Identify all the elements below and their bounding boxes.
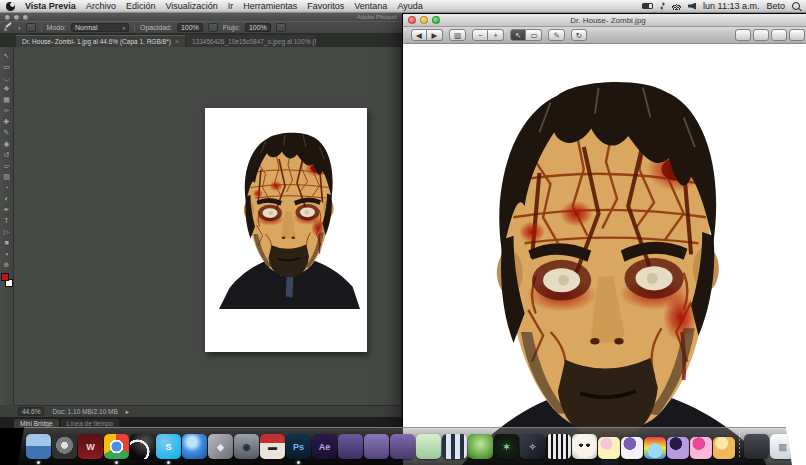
dark-gem-app-dock-icon[interactable]: ✧ <box>520 434 545 459</box>
zoom-tool[interactable]: ⊕ <box>1 259 13 270</box>
canvas-document[interactable] <box>205 108 367 352</box>
wifi-icon[interactable] <box>672 3 681 10</box>
zoom-in-button[interactable]: + <box>488 29 504 41</box>
purple-app-1-dock-icon[interactable] <box>338 434 363 459</box>
close-tab-icon[interactable]: × <box>175 38 179 45</box>
mini-bridge-tab[interactable]: Mini Bridge <box>14 419 59 428</box>
healing-brush-tool[interactable]: ✚ <box>1 116 13 127</box>
close-button[interactable] <box>5 15 10 20</box>
pony-rainbow-dash-dock-icon[interactable] <box>644 437 666 459</box>
history-brush-tool[interactable]: ↺ <box>1 149 13 160</box>
menu-edicion[interactable]: Edición <box>126 1 156 11</box>
menu-bar-clock[interactable]: lun 11:13 a.m. <box>703 1 759 11</box>
eraser-tool[interactable]: ▱ <box>1 160 13 171</box>
minimize-button[interactable] <box>14 15 19 20</box>
pony-fluttershy-dock-icon[interactable] <box>598 437 620 459</box>
opacity-field[interactable]: 100% <box>177 23 203 32</box>
brush-tool[interactable]: ✎ <box>1 127 13 138</box>
menu-archivo[interactable]: Archivo <box>86 1 116 11</box>
mode-dropdown[interactable]: Normal ▾ <box>71 23 129 32</box>
after-effects-dock-icon[interactable]: Ae <box>312 434 337 459</box>
back-button[interactable]: ◀ <box>411 29 427 41</box>
zoom-level-field[interactable]: 44.6% <box>18 407 44 416</box>
marquee-tool[interactable]: ▭ <box>1 61 13 72</box>
hand-tool[interactable]: ◖ <box>1 248 13 259</box>
blur-tool[interactable]: ◔ <box>1 182 13 193</box>
canvas-area[interactable] <box>14 47 400 405</box>
crop-tool[interactable]: ▦ <box>1 94 13 105</box>
blue-orb-app-dock-icon[interactable] <box>182 434 207 459</box>
menu-favoritos[interactable]: Favoritos <box>307 1 344 11</box>
pony-pinkie-pie-dock-icon[interactable] <box>690 437 712 459</box>
photoshop-dock-icon[interactable]: Ps <box>286 434 311 459</box>
pony-twilight-dock-icon[interactable] <box>667 437 689 459</box>
dodge-tool[interactable]: ◐ <box>1 193 13 204</box>
type-tool[interactable]: T <box>1 215 13 226</box>
foreground-color-swatch[interactable] <box>1 273 9 281</box>
film-strip-app-dock-icon[interactable] <box>442 434 467 459</box>
photoshop-titlebar[interactable]: Adobe Photoshop CS5 <box>0 13 402 21</box>
menu-visualizacion[interactable]: Visualización <box>165 1 217 11</box>
menu-herramientas[interactable]: Herramientas <box>243 1 297 11</box>
user-menu[interactable]: Beto <box>766 1 785 11</box>
menu-ventana[interactable]: Ventana <box>354 1 387 11</box>
clone-stamp-tool[interactable]: ◉ <box>1 138 13 149</box>
thumbnail-view-button[interactable] <box>735 29 751 41</box>
lasso-tool[interactable]: ◡ <box>1 72 13 83</box>
zoom-button[interactable] <box>23 15 28 20</box>
flow-field[interactable]: 100% <box>245 23 271 32</box>
gray-diamond-app-dock-icon[interactable]: ◆ <box>208 434 233 459</box>
green-shell-app-dock-icon[interactable] <box>468 434 493 459</box>
movie-clapper-app-dock-icon[interactable]: ▬ <box>260 434 285 459</box>
black-swoosh-app-dock-icon[interactable] <box>130 434 155 459</box>
zoom-out-button[interactable]: − <box>472 29 488 41</box>
brush-tool-icon[interactable] <box>4 23 13 32</box>
move-tool[interactable]: ↖ <box>1 50 13 61</box>
mint-app-dock-icon[interactable] <box>416 434 441 459</box>
skype-dock-icon[interactable]: S <box>156 434 181 459</box>
move-tool-button[interactable]: ↖ <box>510 29 526 41</box>
brush-panel-toggle[interactable] <box>26 23 36 32</box>
pen-tool[interactable]: ✒ <box>1 204 13 215</box>
status-arrow-icon[interactable]: ▸ <box>126 408 129 416</box>
edit-button-2[interactable] <box>771 29 787 41</box>
eyedropper-tool[interactable]: ✑ <box>1 105 13 116</box>
select-tool-button[interactable]: ▭ <box>526 29 542 41</box>
chrome-dock-icon[interactable] <box>104 434 129 459</box>
airbrush-toggle[interactable] <box>276 23 286 32</box>
timeline-tab[interactable]: Línea de tiempo <box>61 419 120 428</box>
barcode-app-dock-icon[interactable] <box>546 434 571 459</box>
quick-selection-tool[interactable]: ❖ <box>1 83 13 94</box>
pony-applejack-dock-icon[interactable] <box>713 437 735 459</box>
stacks-folder-dock-icon[interactable] <box>744 434 769 459</box>
spotlight-icon[interactable] <box>792 2 800 10</box>
finder-dock-icon[interactable] <box>26 434 51 459</box>
forward-button[interactable]: ▶ <box>427 29 443 41</box>
edit-button-1[interactable] <box>753 29 769 41</box>
document-tab-active[interactable]: Dr. House- Zombi- 1.jpg al 44.6% (Capa 1… <box>16 35 185 47</box>
red-w-app-dock-icon[interactable]: W <box>78 434 103 459</box>
tiger-app-dock-icon[interactable] <box>572 434 597 459</box>
purple-app-3-dock-icon[interactable] <box>390 434 415 459</box>
path-selection-tool[interactable]: ▷ <box>1 226 13 237</box>
pressure-opacity-toggle[interactable] <box>208 23 218 32</box>
green-star-app-dock-icon[interactable]: ✶ <box>494 434 519 459</box>
pony-rarity-dock-icon[interactable] <box>621 437 643 459</box>
battery-icon[interactable] <box>642 3 653 9</box>
volume-icon[interactable] <box>688 3 696 10</box>
video-camera-app-dock-icon[interactable]: ◉ <box>234 434 259 459</box>
apple-menu-icon[interactable] <box>6 2 15 11</box>
edit-button-3[interactable] <box>789 29 805 41</box>
bluetooth-icon[interactable] <box>660 2 665 10</box>
gradient-tool[interactable]: ▨ <box>1 171 13 182</box>
markup-button[interactable]: ✎ <box>548 29 564 41</box>
purple-app-2-dock-icon[interactable] <box>364 434 389 459</box>
menu-ir[interactable]: Ir <box>228 1 234 11</box>
menu-ayuda[interactable]: Ayuda <box>397 1 422 11</box>
disc-burner-dock-icon[interactable] <box>52 434 77 459</box>
preview-titlebar[interactable]: Dr. House- Zombi.jpg <box>403 14 806 27</box>
shape-tool[interactable]: ■ <box>1 237 13 248</box>
sidebar-toggle-button[interactable]: ▥ <box>449 29 466 41</box>
document-tab-inactive[interactable]: 133456426_10e15c0847_o.jpeg al 100% (RGB… <box>186 35 316 47</box>
app-menu-vista-previa[interactable]: Vista Previa <box>25 1 76 11</box>
